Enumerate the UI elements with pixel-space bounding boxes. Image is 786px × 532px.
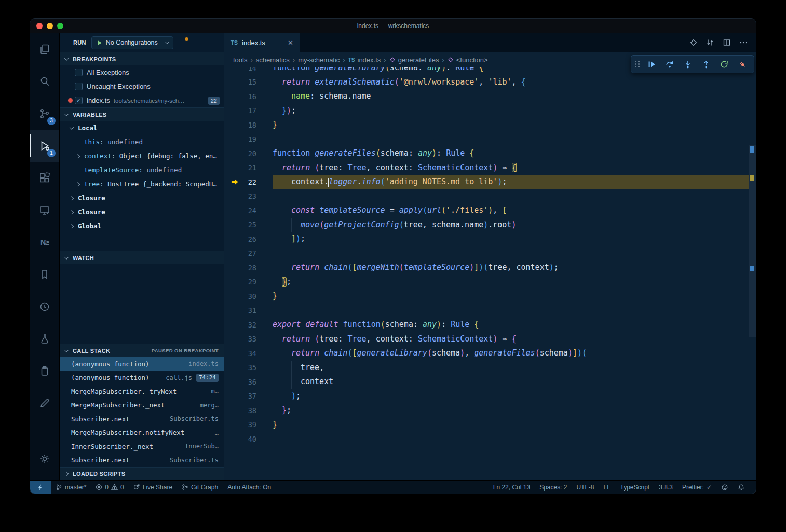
activity-gitlens[interactable] [30,291,59,323]
gutter-line-number[interactable]: 36 [224,375,273,389]
gutter-line-number[interactable]: 33 [224,332,273,347]
gutter-line-number[interactable]: 28 [224,261,273,275]
code-line[interactable]: 16 name: schema.name [224,89,749,104]
variable-row[interactable]: templateSource: undefined [60,163,224,177]
close-window-button[interactable] [36,23,43,29]
variables-header[interactable]: VARIABLES [60,107,224,121]
code-line[interactable]: 35 tree, [224,361,749,375]
gutter-line-number[interactable]: 16 [224,89,273,104]
stack-frame-row[interactable]: MergeMapSubscriber.notifyNext … [60,426,224,440]
stack-frame-row[interactable]: Subscriber.next Subscriber.ts [60,454,224,468]
activity-settings[interactable] [30,443,59,475]
close-tab-icon[interactable]: ✕ [288,39,293,47]
minimize-window-button[interactable] [47,23,53,29]
code-line[interactable]: 20 function generateFiles(schema: any): … [224,146,749,161]
code-line[interactable]: 27 [224,247,749,261]
scope-row[interactable]: Local [60,121,224,135]
code-line[interactable]: 30 } [224,289,749,304]
status-indentation[interactable]: Spaces: 2 [539,484,567,491]
variable-row[interactable]: context: Object {debug: false, en… [60,149,224,163]
activity-docker[interactable] [30,355,59,387]
gutter-line-number[interactable]: 39 [224,418,273,432]
code-line[interactable]: 32 export default function(schema: any):… [224,318,749,332]
open-preview-icon[interactable] [689,38,698,47]
code-line[interactable]: 24 const templateSource = apply(url('./f… [224,203,749,218]
checkbox[interactable]: ✓ [75,97,83,104]
tab-index-ts[interactable]: TS index.ts ✕ [224,33,300,52]
gutter-line-number[interactable]: 17 [224,104,273,118]
code-line[interactable]: 23 [224,189,749,204]
gutter-line-number[interactable]: 34 [224,346,273,361]
titlebar[interactable]: index.ts — wrkschematics [30,19,756,33]
gutter-line-number[interactable]: 27 [224,247,273,261]
gutter-line-number[interactable]: 14 [224,67,273,75]
activity-extensions[interactable] [30,162,59,194]
gutter-line-number[interactable]: 18 [224,118,273,132]
breadcrumb-item[interactable]: my-schematic [298,56,340,64]
status-cursor-position[interactable]: Ln 22, Col 13 [493,484,530,491]
step-into-button[interactable] [679,55,697,73]
step-over-button[interactable] [660,55,679,73]
step-out-button[interactable] [697,55,715,73]
call-stack-header[interactable]: CALL STACK PAUSED ON BREAKPOINT [60,344,224,357]
code-line[interactable]: 39 } [224,418,749,432]
status-live-share[interactable]: Live Share [133,484,172,491]
code-line[interactable]: 38 }; [224,403,749,418]
stack-frame-row[interactable]: MergeMapSubscriber._tryNext m… [60,385,224,399]
activity-nx-console[interactable]: N≥ [30,226,59,258]
activity-bookmarks[interactable] [30,258,59,291]
open-changes-icon[interactable] [706,38,714,47]
activity-notes[interactable] [30,387,59,419]
stack-frame-row[interactable]: InnerSubscriber._next InnerSub… [60,440,224,454]
gutter-line-number[interactable]: 15 [224,75,273,90]
checkbox[interactable] [75,83,83,90]
activity-explorer[interactable] [30,33,59,65]
breadcrumb-item[interactable]: schematics [256,56,290,64]
code-line[interactable]: 34 return chain([generateLibrary(schema)… [224,346,749,361]
code-line[interactable]: 37 ); [224,389,749,404]
gutter-line-number[interactable]: 26 [224,232,273,247]
gutter-line-number[interactable]: 24 [224,203,273,218]
gutter-line-number[interactable]: 22 [224,175,273,189]
breakpoints-header[interactable]: BREAKPOINTS [60,52,224,65]
watch-header[interactable]: WATCH [60,251,224,264]
code-line[interactable]: 15 return externalSchematic('@nrwl/works… [224,75,749,90]
status-git-graph[interactable]: Git Graph [182,484,218,491]
activity-testing[interactable] [30,323,59,355]
status-eol[interactable]: LF [604,484,611,491]
code-line[interactable]: 17 }); [224,104,749,118]
gutter-line-number[interactable]: 35 [224,361,273,375]
scope-row[interactable]: Closure [60,191,224,205]
code-line[interactable]: 19 [224,132,749,147]
gutter-line-number[interactable]: 40 [224,432,273,446]
stack-frame-row[interactable]: Subscriber.next Subscriber.ts [60,412,224,426]
code-line[interactable]: 21 return (tree: Tree, context: Schemati… [224,161,749,175]
scope-row[interactable]: Global [60,219,224,233]
code-line[interactable]: 33 return (tree: Tree, context: Schemati… [224,332,749,347]
status-encoding[interactable]: UTF-8 [577,484,594,491]
code-line[interactable]: 36 context [224,375,749,389]
code-line[interactable]: 25 move(getProjectConfig(tree, schema.na… [224,218,749,233]
activity-search[interactable] [30,65,59,98]
gutter-line-number[interactable]: 23 [224,189,273,204]
gutter-line-number[interactable]: 25 [224,218,273,233]
continue-button[interactable] [642,55,660,73]
scope-row[interactable]: Closure [60,205,224,219]
activity-remote-explorer[interactable] [30,194,59,226]
status-prettier[interactable]: Prettier: ✓ [682,484,712,491]
stack-frame-row[interactable]: (anonymous function) index.ts [60,357,224,371]
breadcrumb-item[interactable]: generateFiles [389,56,439,64]
more-actions-icon[interactable] [739,38,748,47]
restart-button[interactable] [715,55,733,73]
debug-console-button[interactable] [209,38,218,47]
gutter-line-number[interactable]: 32 [224,318,273,332]
remote-indicator[interactable] [30,481,51,494]
status-feedback[interactable] [721,484,728,491]
gutter-line-number[interactable]: 29 [224,275,273,290]
debug-settings-button[interactable] [179,38,187,47]
gutter-line-number[interactable]: 30 [224,289,273,304]
checkbox[interactable] [75,69,83,76]
scrollbar-slider[interactable] [749,145,756,337]
loaded-scripts-header[interactable]: LOADED SCRIPTS [60,467,224,480]
breakpoint-row[interactable]: ✓ index.ts tools/schematics/my-sch… 22 [60,93,224,107]
